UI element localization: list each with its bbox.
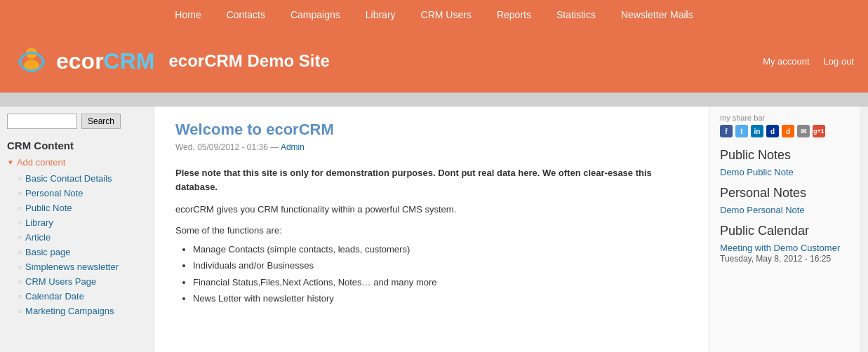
share-bar-label: my share bar: [720, 114, 849, 122]
search-area: Search: [7, 114, 147, 129]
googleplus-share-icon[interactable]: g+1: [813, 125, 825, 137]
public-note-link[interactable]: Demo Public Note: [720, 167, 849, 177]
header-right-links: My account Log out: [763, 56, 854, 67]
crm-content-title: CRM Content: [7, 140, 147, 151]
notice-text: Plese note that this site is only for de…: [175, 168, 652, 192]
post-separator: —: [270, 142, 281, 152]
site-title: ecorCRM Demo Site: [168, 51, 329, 71]
logo-crm-text: CRM: [104, 48, 155, 74]
svg-marker-2: [18, 59, 22, 63]
sidebar-item-library[interactable]: Library: [18, 215, 147, 230]
functions-intro: Some of the functions are:: [175, 225, 688, 236]
main-content: Welcome to ecorCRM Wed, 05/09/2012 - 01:…: [154, 107, 709, 352]
search-button[interactable]: Search: [81, 114, 121, 129]
gray-bar: [0, 93, 868, 107]
logo-icon: [14, 43, 49, 79]
calendar-event-link[interactable]: Meeting with Demo Customer: [720, 243, 849, 253]
sidebar-item-personal-note[interactable]: Personal Note: [18, 186, 147, 201]
sidebar-item-marketing[interactable]: Marketing Campaigns: [18, 304, 147, 318]
description: ecorCRM gives you CRM functionality with…: [175, 204, 688, 215]
nav-crmusers[interactable]: CRM Users: [408, 0, 484, 29]
logo-text: ecorCRM: [56, 48, 154, 74]
function-item-4: News Letter with newsletter history: [193, 290, 688, 306]
logo-area: ecorCRM: [14, 43, 154, 79]
functions-list: Manage Contacts (simple contacts, leads,…: [175, 241, 688, 307]
calendar-entry: Meeting with Demo Customer Tuesday, May …: [720, 243, 849, 264]
notice-box: Plese note that this site is only for de…: [175, 166, 688, 194]
sidebar-item-crmusers-page[interactable]: CRM Users Page: [18, 274, 147, 289]
share-icons: f t in d d ✉ g+1: [720, 125, 849, 137]
sidebar-item-basic-contact[interactable]: Basic Contact Details: [18, 171, 147, 186]
sidebar-item-basic-page[interactable]: Basic page: [18, 245, 147, 259]
nav-campaigns[interactable]: Campaigns: [278, 0, 353, 29]
calendar-event-date: Tuesday, May 8, 2012 - 16:25: [720, 254, 831, 264]
svg-marker-3: [41, 59, 46, 63]
main-layout: Search CRM Content Add content Basic Con…: [0, 107, 868, 352]
function-item-3: Financial Status,Files,Next Actions, Not…: [193, 274, 688, 290]
function-item-1: Manage Contacts (simple contacts, leads,…: [193, 241, 688, 257]
delicious-share-icon[interactable]: d: [766, 125, 779, 137]
nav-library[interactable]: Library: [353, 0, 408, 29]
public-notes-title: Public Notes: [720, 148, 849, 163]
post-date: Wed, 05/09/2012 - 01:36: [175, 142, 268, 152]
email-share-icon[interactable]: ✉: [797, 125, 810, 137]
nav-contacts[interactable]: Contacts: [214, 0, 278, 29]
nav-statistics[interactable]: Statistics: [544, 0, 608, 29]
search-input[interactable]: [7, 114, 77, 129]
post-author[interactable]: Admin: [281, 142, 305, 152]
nav-newsletter[interactable]: Newsletter Mails: [608, 0, 706, 29]
sidebar-item-public-note[interactable]: Public Note: [18, 201, 147, 215]
sidebar-nav-list: Basic Contact Details Personal Note Publ…: [7, 171, 147, 318]
digg-share-icon[interactable]: d: [782, 125, 794, 137]
right-sidebar: my share bar f t in d d ✉ g+1 Public Not…: [709, 107, 860, 352]
my-account-link[interactable]: My account: [763, 56, 809, 67]
add-content-link[interactable]: Add content: [7, 157, 147, 168]
sidebar-item-simplenews[interactable]: Simplenews newsletter: [18, 259, 147, 274]
function-item-2: Individuals and/or Businesses: [193, 257, 688, 273]
personal-notes-title: Personal Notes: [720, 186, 849, 201]
sidebar-item-calendar-date[interactable]: Calendar Date: [18, 289, 147, 304]
top-navigation: Home Contacts Campaigns Library CRM User…: [0, 0, 868, 29]
header-bar: ecorCRM ecorCRM Demo Site My account Log…: [0, 29, 868, 93]
nav-home[interactable]: Home: [162, 0, 213, 29]
post-meta: Wed, 05/09/2012 - 01:36 — Admin: [175, 142, 688, 152]
sidebar-item-article[interactable]: Article: [18, 230, 147, 245]
linkedin-share-icon[interactable]: in: [751, 125, 763, 137]
page-title: Welcome to ecorCRM: [175, 121, 688, 139]
public-calendar-title: Public Calendar: [720, 224, 849, 238]
nav-reports[interactable]: Reports: [484, 0, 544, 29]
twitter-share-icon[interactable]: t: [735, 125, 748, 137]
sidebar: Search CRM Content Add content Basic Con…: [0, 107, 154, 352]
log-out-link[interactable]: Log out: [824, 56, 854, 67]
personal-note-link[interactable]: Demo Personal Note: [720, 205, 849, 215]
facebook-share-icon[interactable]: f: [720, 125, 733, 137]
